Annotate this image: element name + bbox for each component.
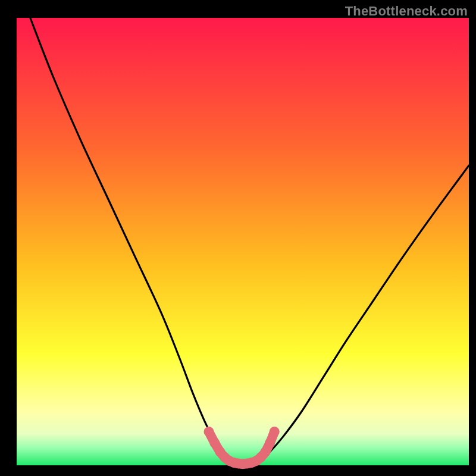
bottleneck-chart: [0, 0, 476, 476]
marker-dot: [265, 438, 275, 448]
chart-stage: TheBottleneck.com: [0, 0, 476, 476]
marker-dot: [204, 427, 214, 437]
watermark-text: TheBottleneck.com: [345, 4, 468, 19]
marker-dot: [261, 447, 271, 457]
marker-dot: [270, 427, 280, 437]
marker-dot: [209, 438, 220, 448]
plot-area: [17, 18, 469, 465]
